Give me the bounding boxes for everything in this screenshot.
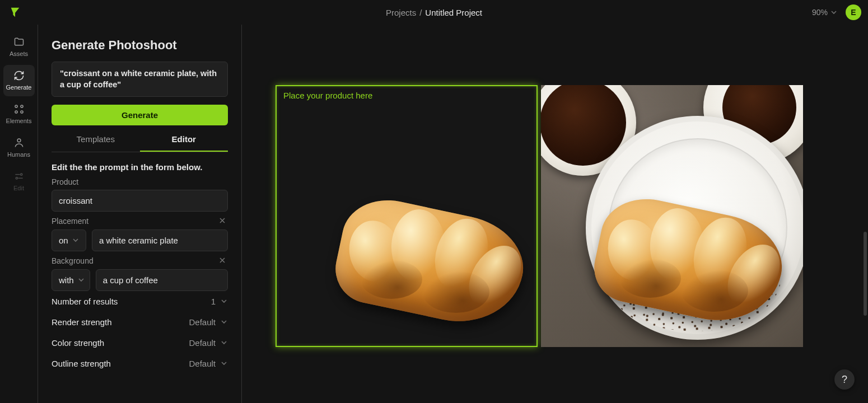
setting-label: Render strength — [52, 317, 112, 327]
placement-label: Placement — [52, 216, 228, 226]
setting-value: Default — [189, 338, 216, 348]
editor-hint: Edit the the prompt in the form below. — [52, 162, 228, 172]
setting-label: Outline strength — [52, 359, 111, 368]
tab-editor[interactable]: Editor — [140, 129, 228, 152]
clear-background-button[interactable] — [217, 256, 228, 266]
nav-rail: Assets Generate Elements Humans Edit — [0, 25, 38, 403]
setting-color-strength[interactable]: Color strength Default — [52, 332, 228, 353]
breadcrumb-separator: / — [419, 8, 422, 17]
scrollbar[interactable] — [864, 232, 867, 316]
svg-point-4 — [17, 139, 21, 142]
prompt-display: "croissant on a white ceramic plate, wit… — [52, 62, 228, 97]
panel-title: Generate Photoshoot — [52, 38, 228, 53]
zoom-control[interactable]: 90% — [812, 8, 838, 17]
drop-hint: Place your product here — [283, 91, 372, 100]
background-input[interactable] — [96, 269, 228, 291]
product-label: Product — [52, 177, 228, 186]
app-logo[interactable] — [7, 4, 24, 21]
help-icon: ? — [842, 374, 847, 386]
svg-point-1 — [20, 105, 22, 107]
setting-number-of-results[interactable]: Number of results 1 — [52, 291, 228, 312]
product-input[interactable] — [52, 190, 228, 212]
tabs: Templates Editor — [52, 129, 228, 152]
chevron-down-icon — [220, 339, 228, 346]
clear-placement-button[interactable] — [217, 216, 228, 226]
nav-label: Edit — [13, 185, 24, 191]
sliders-icon — [13, 170, 25, 182]
zoom-value: 90% — [812, 8, 828, 17]
canvas-area[interactable]: Place your product here — [242, 25, 868, 403]
nav-label: Assets — [10, 50, 28, 57]
chevron-down-icon — [220, 359, 228, 367]
chevron-down-icon — [220, 318, 228, 326]
breadcrumb: Projects / Untitled Project — [386, 8, 482, 17]
setting-render-strength[interactable]: Render strength Default — [52, 312, 228, 332]
nav-label: Elements — [6, 118, 32, 124]
product-drop-frame[interactable]: Place your product here — [276, 85, 538, 347]
background-label: Background — [52, 256, 228, 266]
result-product — [597, 197, 787, 337]
generate-button[interactable]: Generate — [52, 105, 228, 125]
top-bar: Projects / Untitled Project 90% E — [0, 0, 868, 25]
refresh-icon — [13, 69, 25, 82]
nav-item-humans[interactable]: Humans — [3, 132, 35, 163]
chevron-down-icon — [830, 8, 838, 16]
avatar[interactable]: E — [846, 4, 861, 20]
help-button[interactable]: ? — [834, 369, 855, 390]
side-panel: Generate Photoshoot "croissant on a whit… — [38, 25, 242, 403]
setting-value: 1 — [211, 297, 216, 306]
placement-input[interactable] — [92, 229, 228, 251]
tab-templates[interactable]: Templates — [52, 129, 140, 152]
chevron-down-icon — [72, 236, 80, 244]
setting-value: Default — [189, 317, 216, 327]
svg-point-0 — [15, 105, 17, 107]
setting-outline-strength[interactable]: Outline strength Default — [52, 353, 228, 374]
breadcrumb-root[interactable]: Projects — [386, 8, 416, 17]
nav-label: Generate — [6, 84, 32, 91]
setting-value: Default — [189, 359, 216, 368]
setting-label: Color strength — [52, 338, 104, 348]
nav-item-elements[interactable]: Elements — [3, 99, 35, 130]
svg-point-5 — [20, 174, 22, 175]
product-image[interactable] — [338, 198, 529, 338]
background-preposition-select[interactable]: with — [52, 269, 90, 291]
chevron-down-icon — [220, 297, 228, 305]
nav-item-edit: Edit — [3, 166, 35, 197]
avatar-initial: E — [851, 8, 856, 17]
project-title[interactable]: Untitled Project — [425, 8, 482, 17]
folder-icon — [13, 36, 25, 48]
chevron-down-icon — [77, 276, 85, 284]
svg-point-6 — [16, 177, 17, 179]
placement-preposition-select[interactable]: on — [52, 229, 86, 251]
grid-icon — [13, 103, 25, 115]
nav-item-generate[interactable]: Generate — [3, 65, 35, 96]
svg-point-2 — [15, 111, 17, 113]
nav-item-assets[interactable]: Assets — [3, 31, 35, 63]
nav-label: Humans — [7, 151, 30, 158]
person-icon — [13, 137, 25, 149]
generated-result[interactable] — [541, 85, 803, 347]
setting-label: Number of results — [52, 297, 118, 306]
svg-point-3 — [20, 111, 22, 113]
canvas-inner: Place your product here — [276, 85, 803, 347]
